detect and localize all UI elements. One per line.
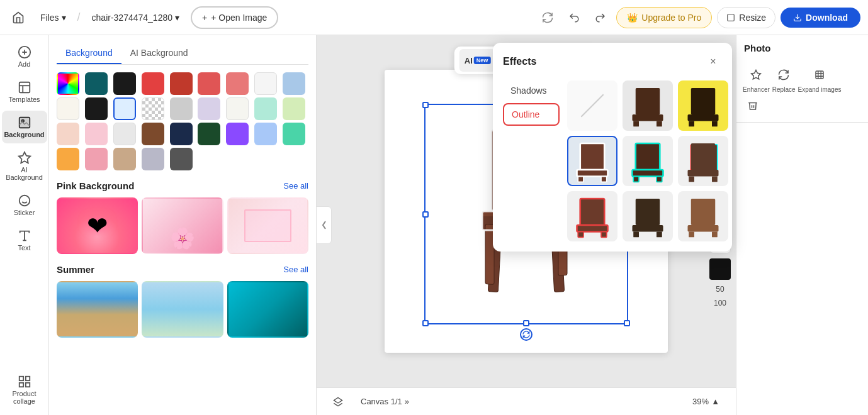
replace-button[interactable] [774, 65, 794, 85]
color-swatch[interactable] [57, 97, 79, 120]
effect-dark-small[interactable] [623, 191, 673, 241]
color-swatch[interactable] [283, 123, 305, 145]
color-swatch[interactable] [142, 97, 164, 120]
color-swatch[interactable] [226, 123, 249, 145]
effect-none[interactable] [567, 80, 617, 131]
color-swatch-selected[interactable] [113, 97, 136, 120]
handle-top-left[interactable] [422, 102, 429, 108]
color-swatch[interactable] [142, 72, 164, 95]
pink-section-title: Pink Background [57, 180, 134, 191]
color-swatch[interactable] [254, 97, 277, 120]
bg-thumbnail-pink-room[interactable] [227, 197, 308, 254]
color-swatch[interactable] [85, 72, 108, 95]
upgrade-to-pro-button[interactable]: 👑 Upgrade to Pro [616, 7, 712, 28]
color-swatch[interactable] [170, 97, 193, 120]
color-swatch[interactable] [198, 97, 220, 120]
color-swatch[interactable] [170, 123, 193, 145]
svg-rect-63 [691, 143, 716, 170]
zoom-button[interactable]: 39% ▲ [686, 394, 726, 409]
bg-thumbnail-heart[interactable]: ❤ [57, 197, 138, 254]
effect-outline-white[interactable] [567, 136, 617, 186]
color-swatch[interactable] [254, 123, 277, 145]
handle-bottom-middle[interactable] [523, 320, 529, 326]
svg-rect-53 [580, 143, 605, 170]
tab-background[interactable]: Background [57, 43, 121, 64]
home-button[interactable] [8, 7, 29, 28]
color-swatch[interactable] [142, 123, 164, 145]
open-image-button[interactable]: + + Open Image [191, 6, 278, 29]
effect-outline-rgb[interactable] [678, 136, 728, 186]
sidebar-item-product-collage[interactable]: Product collage [2, 370, 47, 410]
collapse-panel-button[interactable] [317, 206, 332, 244]
color-swatch[interactable] [57, 123, 79, 145]
svg-rect-59 [633, 177, 639, 182]
main-layout: Add Templates Background AI Background S… [0, 35, 868, 415]
effects-header: Effects × [503, 53, 722, 70]
tab-ai-background[interactable]: AI Background [121, 43, 197, 64]
bg-thumbnail-sky[interactable] [142, 281, 223, 338]
bg-thumbnail-beach[interactable] [57, 281, 138, 338]
bg-thumbnail-flower[interactable]: 🌸 [142, 197, 223, 254]
color-swatch[interactable] [226, 97, 249, 120]
svg-rect-19 [25, 383, 29, 387]
effect-normal[interactable] [623, 80, 673, 131]
files-dropdown[interactable]: Files ▾ [34, 9, 72, 26]
color-swatch[interactable] [226, 72, 249, 95]
color-swatch[interactable] [113, 123, 136, 145]
chevron-down-icon: ▾ [62, 13, 66, 23]
sidebar-item-sticker[interactable]: Sticker [2, 189, 47, 221]
effect-outline-teal[interactable] [623, 136, 673, 186]
sidebar-item-label: Text [18, 244, 30, 252]
expand-images-button[interactable] [809, 65, 830, 85]
pink-see-all-button[interactable]: See all [283, 181, 308, 191]
svg-rect-69 [578, 232, 583, 238]
filename-dropdown[interactable]: chair-3274474_1280 ▾ [86, 9, 186, 26]
sidebar-item-text[interactable]: Text [2, 224, 47, 257]
color-swatch[interactable] [170, 148, 193, 170]
color-swatch-black[interactable] [709, 258, 731, 280]
redo-button[interactable] [590, 7, 611, 28]
sidebar-item-ai-background[interactable]: AI Background [2, 146, 47, 186]
color-swatch[interactable] [85, 123, 108, 145]
sync-button[interactable] [537, 7, 558, 28]
canvas-pages-button[interactable]: Canvas 1/1 » [354, 394, 415, 409]
color-swatch[interactable] [198, 72, 220, 95]
effect-yellow-bg[interactable] [678, 80, 728, 131]
color-swatch[interactable] [142, 148, 164, 170]
handle-bottom-left[interactable] [422, 320, 429, 326]
ai-tool-button[interactable]: AI New [459, 49, 496, 72]
color-swatch[interactable] [283, 72, 305, 95]
color-swatch[interactable] [85, 148, 108, 170]
sidebar-item-templates[interactable]: Templates [2, 75, 47, 108]
effect-outline-red[interactable] [567, 191, 617, 241]
svg-rect-17 [25, 377, 29, 380]
rotate-handle[interactable] [520, 328, 533, 341]
sidebar-item-add[interactable]: Add [2, 40, 47, 73]
color-swatch[interactable] [198, 123, 220, 145]
color-swatch[interactable] [254, 72, 277, 95]
color-swatch[interactable] [283, 97, 305, 120]
handle-bottom-right[interactable] [624, 320, 630, 326]
effects-nav-outline[interactable]: Outline [503, 103, 560, 126]
sidebar-item-background[interactable]: Background [2, 111, 47, 143]
handle-left-middle[interactable] [422, 211, 429, 218]
delete-panel-button[interactable] [743, 96, 763, 116]
bg-thumbnail-pool[interactable] [227, 281, 308, 338]
color-swatch[interactable] [85, 97, 108, 120]
undo-button[interactable] [563, 7, 585, 28]
color-swatch[interactable] [57, 148, 79, 170]
canvas-label: Canvas 1/1 [361, 397, 402, 406]
color-swatch[interactable] [113, 148, 136, 170]
chevron-up-icon: ▲ [711, 397, 719, 406]
effects-close-button[interactable]: × [704, 53, 722, 70]
summer-see-all-button[interactable]: See all [283, 265, 308, 274]
color-swatch-gradient[interactable] [57, 72, 79, 95]
effects-nav-shadows[interactable]: Shadows [503, 80, 560, 101]
enhancer-button[interactable] [746, 65, 766, 85]
download-button[interactable]: Download [781, 8, 860, 28]
color-swatch[interactable] [170, 72, 193, 95]
resize-button[interactable]: Resize [717, 7, 775, 28]
effect-brown-small[interactable] [678, 191, 728, 241]
color-swatch[interactable] [113, 72, 136, 95]
layers-button[interactable] [327, 394, 349, 409]
